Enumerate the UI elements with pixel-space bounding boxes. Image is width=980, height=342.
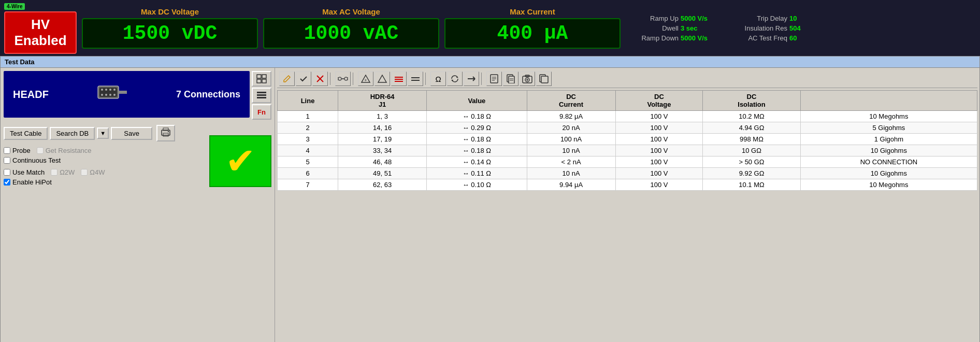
dc-isolation-cell: 10.1 MΩ bbox=[703, 179, 801, 191]
dc-current-cell: 9.82 μA bbox=[527, 111, 615, 122]
col-dc-current-header: DCCurrent bbox=[527, 91, 615, 111]
omega4w-checkbox[interactable] bbox=[81, 169, 88, 176]
toolbar-separator-3 bbox=[425, 73, 428, 85]
content-row: HEADF bbox=[1, 68, 979, 342]
match-checkboxes: Use Match Ω2W Ω4W bbox=[4, 168, 205, 186]
svg-point-5 bbox=[113, 89, 116, 91]
ac-voltage-value: 1000 vAC bbox=[263, 18, 439, 49]
probe-checkbox[interactable] bbox=[4, 147, 10, 154]
dc-voltage-cell: 100 V bbox=[615, 156, 703, 168]
use-match-checkbox-label[interactable]: Use Match bbox=[4, 168, 45, 176]
dc-voltage-label: Max DC Voltage bbox=[141, 7, 199, 16]
ohm-button[interactable]: Ω bbox=[430, 72, 446, 86]
report2-button[interactable] bbox=[503, 72, 518, 86]
triangle-button[interactable] bbox=[374, 72, 390, 86]
use-match-row: Use Match Ω2W Ω4W bbox=[4, 168, 205, 176]
test-cable-button[interactable]: Test Cable bbox=[4, 127, 48, 140]
limit-cell: 10 Gigohms bbox=[800, 168, 977, 179]
edit-button[interactable] bbox=[279, 72, 295, 86]
x-line-button[interactable] bbox=[464, 72, 479, 86]
svg-rect-56 bbox=[541, 76, 548, 83]
grid-view-button[interactable] bbox=[252, 71, 271, 87]
table-row: 317, 19↔ 0.18 Ω100 nA100 V998 MΩ1 Gigohm bbox=[278, 134, 977, 145]
col-line-header: Line bbox=[278, 91, 338, 111]
copy-button[interactable] bbox=[536, 72, 552, 86]
hv-enabled-button[interactable]: HV Enabled bbox=[4, 11, 77, 54]
hdr-cell: 17, 19 bbox=[338, 134, 427, 145]
value-cell: ↔ 0.18 Ω bbox=[427, 134, 527, 145]
list-view-button[interactable] bbox=[252, 88, 271, 103]
line-cell: 4 bbox=[278, 145, 338, 156]
toolbar: + bbox=[277, 70, 977, 88]
print-button[interactable] bbox=[156, 125, 175, 141]
save-button[interactable]: Save bbox=[111, 127, 152, 140]
dc-voltage-cell: 100 V bbox=[615, 145, 703, 156]
get-resistance-label: Get Resistance bbox=[46, 147, 92, 154]
svg-rect-10 bbox=[119, 91, 123, 94]
omega2w-checkbox-label[interactable]: Ω2W bbox=[51, 168, 75, 176]
col-dc-isolation-header: DCIsolation bbox=[703, 91, 801, 111]
current-value: 400 μA bbox=[444, 18, 621, 49]
add-test-button[interactable]: + bbox=[358, 72, 373, 86]
refresh-button[interactable] bbox=[447, 72, 463, 86]
trip-delay-row: Trip Delay 10 bbox=[741, 15, 838, 22]
omega4w-label: Ω4W bbox=[90, 168, 105, 176]
search-db-dropdown[interactable]: ▼ bbox=[97, 127, 109, 139]
probe-checkbox-label[interactable]: Probe bbox=[4, 147, 31, 154]
table-container: Line HDR-64J1 Value DCCurrent DCVoltage … bbox=[277, 90, 977, 342]
ramp-down-row: Ramp Down 5000 V/s bbox=[632, 34, 729, 42]
omega4w-checkbox-label[interactable]: Ω4W bbox=[81, 168, 105, 176]
dc-current-cell: 9.94 μA bbox=[527, 179, 615, 191]
svg-rect-16 bbox=[257, 92, 266, 93]
enable-hipot-checkbox-label[interactable]: Enable HiPot bbox=[4, 178, 52, 186]
dc-isolation-cell: 4.94 GΩ bbox=[703, 122, 801, 134]
connector-name: HEADF bbox=[13, 89, 49, 101]
table-row: 762, 63↔ 0.10 Ω9.94 μA100 V10.1 MΩ10 Meg… bbox=[278, 179, 977, 191]
camera-button[interactable] bbox=[520, 72, 535, 86]
continuous-test-checkbox-label[interactable]: Continuous Test bbox=[4, 156, 61, 164]
enable-hipot-row: Enable HiPot bbox=[4, 178, 205, 186]
continuous-test-checkbox[interactable] bbox=[4, 157, 10, 164]
svg-rect-11 bbox=[123, 91, 127, 94]
svg-text:+: + bbox=[364, 78, 367, 83]
delete-button[interactable] bbox=[312, 72, 328, 86]
confirm-button[interactable] bbox=[296, 72, 311, 86]
hdr-cell: 14, 16 bbox=[338, 122, 427, 134]
left-settings-block: Ramp Up 5000 V/s Dwell 3 sec Ramp Down 5… bbox=[626, 3, 729, 53]
fn-button[interactable]: Fn bbox=[252, 104, 271, 120]
dc-isolation-cell: 9.92 GΩ bbox=[703, 168, 801, 179]
dc-current-cell: 20 nA bbox=[527, 122, 615, 134]
connector-area: HEADF bbox=[4, 71, 250, 118]
enable-hipot-checkbox[interactable] bbox=[4, 179, 10, 186]
get-resistance-checkbox-label[interactable]: Get Resistance bbox=[37, 147, 92, 154]
line-cell: 3 bbox=[278, 134, 338, 145]
hdr-cell: 1, 3 bbox=[338, 111, 427, 122]
omega2w-checkbox[interactable] bbox=[51, 169, 57, 176]
dc-current-cell: 100 nA bbox=[527, 134, 615, 145]
ramp-down-label: Ramp Down bbox=[632, 34, 679, 42]
ac-test-freq-value: 60 bbox=[789, 34, 797, 42]
ohm-icon: Ω bbox=[435, 75, 441, 83]
trip-delay-label: Trip Delay bbox=[741, 15, 787, 22]
search-db-button[interactable]: Search DB bbox=[50, 127, 95, 140]
value-cell: ↔ 0.11 Ω bbox=[427, 168, 527, 179]
svg-rect-14 bbox=[257, 79, 261, 83]
cable-button[interactable] bbox=[335, 72, 351, 86]
report-button[interactable] bbox=[486, 72, 502, 86]
connector-icon bbox=[97, 82, 128, 107]
dc-voltage-cell: 100 V bbox=[615, 168, 703, 179]
main-area: Test Data HEADF bbox=[0, 56, 980, 342]
fn-icon: Fn bbox=[257, 108, 266, 116]
use-match-checkbox[interactable] bbox=[4, 169, 10, 176]
insulation-res-row: Insulation Res 504 bbox=[741, 24, 838, 32]
checkboxes-area: Probe Get Resistance Continuous Test bbox=[4, 147, 271, 187]
double-line-button[interactable] bbox=[408, 72, 423, 86]
double-line-red-button[interactable] bbox=[391, 72, 407, 86]
svg-point-8 bbox=[109, 94, 111, 96]
get-resistance-checkbox[interactable] bbox=[37, 147, 44, 154]
ac-voltage-label: Max AC Voltage bbox=[322, 7, 380, 16]
hdr-cell: 46, 48 bbox=[338, 156, 427, 168]
line-cell: 7 bbox=[278, 179, 338, 191]
limit-cell: 10 Megohms bbox=[800, 111, 977, 122]
line-cell: 1 bbox=[278, 111, 338, 122]
